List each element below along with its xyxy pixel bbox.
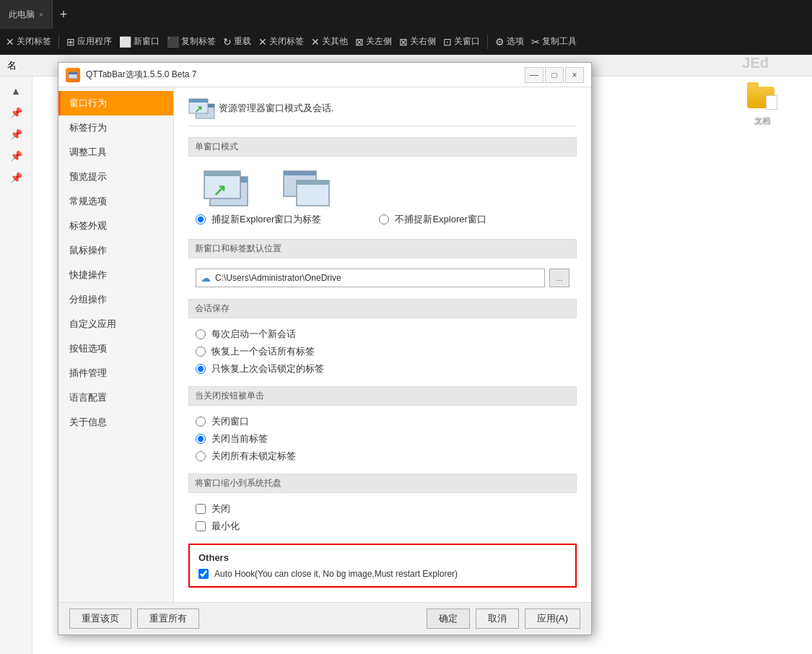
checkbox-close-min-input[interactable] <box>196 504 206 514</box>
nav-item-mouse-ops[interactable]: 鼠标操作 <box>58 238 173 263</box>
toolbar-close-window[interactable]: ⊡ 关窗口 <box>443 35 480 48</box>
taskbar-tab-this-pc[interactable]: 此电脑 × <box>0 0 53 29</box>
cancel-btn[interactable]: 取消 <box>476 609 519 629</box>
toolbar-reload-label: 重载 <box>234 35 251 48</box>
toolbar-copy-tool[interactable]: ✂ 复制工具 <box>531 35 577 48</box>
checkbox-minimize-input[interactable] <box>196 521 206 531</box>
dialog-body: 窗口行为 标签行为 调整工具 预览提示 常规选项 标签外观 鼠标操作 快捷操作 … <box>58 87 591 602</box>
close-right-icon: ⊠ <box>399 36 408 48</box>
radio-close-current-label[interactable]: 关闭当前标签 <box>196 432 569 445</box>
toolbar-close-tab[interactable]: ✕ 关闭标签 <box>6 35 51 48</box>
footer-right-btns: 确定 取消 应用(A) <box>427 609 580 629</box>
taskbar-tab-close[interactable]: × <box>39 11 43 19</box>
section-close-btn: 当关闭按钮被单击 <box>188 386 577 406</box>
radio-new-session-input[interactable] <box>196 329 206 339</box>
toolbar-close-other[interactable]: ✕ 关其他 <box>311 35 348 48</box>
radio-new-session-label[interactable]: 每次启动一个新会话 <box>196 328 569 341</box>
radio-restore-all-text: 恢复上一个会话所有标签 <box>211 345 315 358</box>
no-capture-icon <box>282 170 333 209</box>
svg-rect-15 <box>297 180 329 185</box>
radio-restore-locked-input[interactable] <box>196 364 206 374</box>
no-capture-mode-item <box>282 170 333 209</box>
dialog-minimize-btn[interactable]: — <box>525 67 543 83</box>
taskbar-add-tab[interactable]: + <box>53 0 75 29</box>
dialog-title-icon <box>66 68 80 82</box>
toolbar-close-left[interactable]: ⊠ 关左侧 <box>355 35 392 48</box>
dialog-controls: — □ × <box>525 67 584 83</box>
others-title: Others <box>198 552 567 563</box>
svg-rect-1 <box>69 72 77 74</box>
toolbar-close-right[interactable]: ⊠ 关右侧 <box>399 35 436 48</box>
radio-close-window-label[interactable]: 关闭窗口 <box>196 415 569 428</box>
new-window-icon: ⬜ <box>119 36 131 48</box>
capture-mode-item: ↗ <box>203 170 253 209</box>
radio-close-current-text: 关闭当前标签 <box>211 432 268 445</box>
nav-item-general-options[interactable]: 常规选项 <box>58 189 173 214</box>
radio-no-capture-label[interactable]: 不捕捉新Explorer窗口 <box>379 213 486 226</box>
session-radio-group: 每次启动一个新会话 恢复上一个会话所有标签 只恢复上次会话锁定的标签 <box>188 324 577 379</box>
radio-capture-label[interactable]: 捕捉新Explorer窗口为标签 <box>196 213 321 226</box>
radio-close-unlocked-input[interactable] <box>196 451 206 461</box>
toolbar-options[interactable]: ⚙ 选项 <box>495 35 524 48</box>
toolbar-new-window[interactable]: ⬜ 新窗口 <box>119 35 160 48</box>
checkbox-minimize-text: 最小化 <box>211 520 240 533</box>
svg-rect-5 <box>189 99 208 103</box>
nav-item-button-options[interactable]: 按钮选项 <box>58 336 173 361</box>
dialog-close-btn[interactable]: × <box>565 67 584 83</box>
nav-item-tab-behavior[interactable]: 标签行为 <box>58 115 173 140</box>
close-icon: ✕ <box>258 36 267 48</box>
apply-btn[interactable]: 应用(A) <box>525 609 580 629</box>
close-other-icon: ✕ <box>311 36 320 48</box>
nav-item-preview-hint[interactable]: 预览提示 <box>58 165 173 189</box>
minimize-checkbox-group: 关闭 最小化 <box>188 499 577 536</box>
nav-item-tab-appearance[interactable]: 标签外观 <box>58 214 173 238</box>
toolbar-copy-tool-label: 复制工具 <box>542 35 577 48</box>
nav-item-custom-app[interactable]: 自定义应用 <box>58 312 173 336</box>
taskbar-tab-label: 此电脑 <box>9 9 35 21</box>
path-input-field[interactable]: ☁ C:\Users\Administrator\OneDrive <box>196 269 545 287</box>
radio-no-capture-input[interactable] <box>379 214 389 224</box>
nav-item-shortcuts[interactable]: 快捷操作 <box>58 263 173 287</box>
radio-restore-all-input[interactable] <box>196 346 206 357</box>
svg-text:↗: ↗ <box>194 103 203 115</box>
radio-new-session-text: 每次启动一个新会话 <box>211 328 296 341</box>
nav-item-window-behavior[interactable]: 窗口行为 <box>58 91 173 115</box>
ok-btn[interactable]: 确定 <box>427 609 470 629</box>
nav-item-plugin-mgmt[interactable]: 插件管理 <box>58 361 173 385</box>
toolbar-close-left-label: 关左侧 <box>366 35 392 48</box>
close-left-icon: ⊠ <box>355 36 364 48</box>
radio-capture-text: 捕捉新Explorer窗口为标签 <box>211 213 321 226</box>
toolbar-options-label: 选项 <box>507 35 524 48</box>
nav-item-adjust-tools[interactable]: 调整工具 <box>58 140 173 165</box>
close-btn-radio-group: 关闭窗口 关闭当前标签 关闭所有未锁定标签 <box>188 411 577 466</box>
path-browse-btn[interactable]: ... <box>549 269 569 287</box>
toolbar-app[interactable]: ⊞ 应用程序 <box>66 35 112 48</box>
radio-capture-input[interactable] <box>196 214 206 224</box>
nav-item-lang-config[interactable]: 语言配置 <box>58 385 173 410</box>
path-row: ☁ C:\Users\Administrator\OneDrive ... <box>188 264 577 292</box>
radio-close-current-input[interactable] <box>196 434 206 444</box>
checkbox-close-min-label[interactable]: 关闭 <box>196 502 569 515</box>
section-single-window: 单窗口模式 <box>188 137 577 157</box>
mode-icons-row: ↗ <box>188 162 577 213</box>
copy-tab-icon: ⬛ <box>167 36 179 48</box>
toolbar-sep-2 <box>487 35 488 49</box>
reset-page-btn[interactable]: 重置该页 <box>69 609 131 629</box>
toolbar-copy-tab[interactable]: ⬛ 复制标签 <box>167 35 216 48</box>
nav-item-group-ops[interactable]: 分组操作 <box>58 287 173 312</box>
reset-all-btn[interactable]: 重置所有 <box>137 609 199 629</box>
dialog-maximize-btn[interactable]: □ <box>545 67 564 83</box>
auto-hook-checkbox[interactable] <box>198 569 209 579</box>
radio-restore-locked-label[interactable]: 只恢复上次会话锁定的标签 <box>196 362 569 375</box>
radio-close-window-input[interactable] <box>196 417 206 427</box>
checkbox-minimize-label[interactable]: 最小化 <box>196 520 569 533</box>
footer-left-btns: 重置该页 重置所有 <box>69 609 199 629</box>
toolbar-close[interactable]: ✕ 关闭标签 <box>258 35 304 48</box>
radio-close-unlocked-label[interactable]: 关闭所有未锁定标签 <box>196 450 569 463</box>
nav-item-about[interactable]: 关于信息 <box>58 410 173 435</box>
svg-rect-13 <box>284 171 316 175</box>
toolbar-new-window-label: 新窗口 <box>134 35 160 48</box>
radio-restore-all-label[interactable]: 恢复上一个会话所有标签 <box>196 345 569 358</box>
options-dialog: QTTabBar选项1.5.5.0 Beta 7 — □ × 窗口行为 标签行为… <box>58 62 592 635</box>
toolbar-reload[interactable]: ↻ 重载 <box>223 35 251 48</box>
